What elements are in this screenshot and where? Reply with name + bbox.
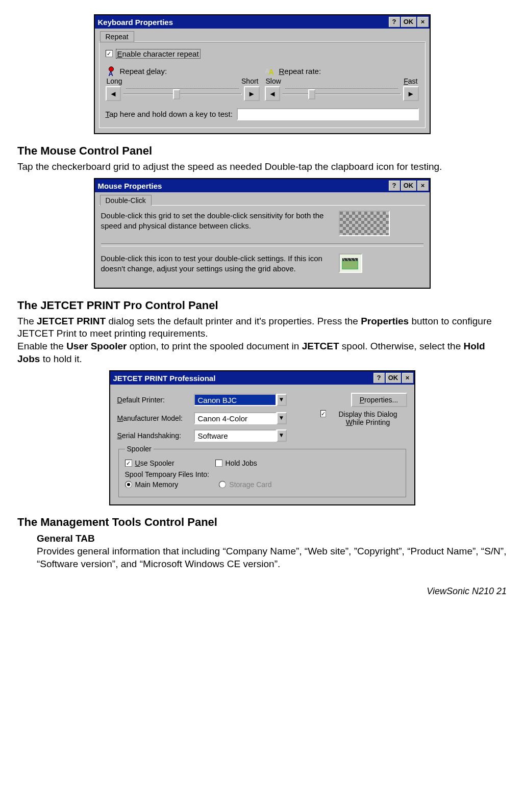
checkbox-icon: ✓	[125, 460, 132, 467]
repeat-delay-slider[interactable]: ◄ ►	[106, 86, 260, 101]
mgmt-heading: The Management Tools Control Panel	[17, 516, 510, 529]
repeat-rate-label: Repeat rate:	[279, 67, 321, 75]
help-button[interactable]: ?	[373, 373, 385, 383]
use-spooler-checkbox[interactable]: ✓ Use Spooler	[125, 459, 174, 467]
divider	[101, 243, 423, 246]
rate-right-arrow[interactable]: ►	[403, 86, 419, 101]
repeat-rate-slider[interactable]: ◄ ►	[265, 86, 419, 101]
display-dialog-checkbox[interactable]: ✓ Display this Dialog While Printing	[320, 410, 407, 426]
delay-short-label: Short	[241, 77, 258, 85]
repeat-delay-icon: A	[106, 66, 117, 77]
radio-icon	[219, 481, 226, 488]
mgmt-body-text: Provides general information that includ…	[37, 545, 510, 570]
checkbox-icon	[215, 460, 222, 467]
rate-slow-label: Slow	[266, 77, 281, 85]
delay-left-arrow[interactable]: ◄	[106, 86, 121, 101]
mouse-title: Mouse Properties	[98, 182, 388, 190]
manufacturer-label: Manufacturer Model:	[117, 414, 188, 422]
help-button[interactable]: ?	[389, 17, 400, 27]
dropdown-icon[interactable]: ▼	[277, 412, 287, 424]
jetcet-title: JETCET PRINT Professional	[113, 374, 372, 383]
double-click-grid[interactable]	[339, 211, 390, 236]
jetcet-titlebar: JETCET PRINT Professional ? OK ×	[110, 371, 414, 385]
default-printer-label: Default Printer:	[117, 396, 188, 404]
close-button[interactable]: ×	[417, 181, 429, 191]
main-memory-radio[interactable]: Main Memory	[125, 480, 179, 489]
keyboard-title: Keyboard Properties	[98, 18, 388, 27]
clapboard-icon[interactable]	[339, 253, 362, 273]
serial-combo[interactable]: Software ▼	[194, 429, 287, 442]
serial-label: Serial Handshaking:	[117, 432, 188, 440]
svg-text:A: A	[108, 70, 113, 77]
help-button[interactable]: ?	[389, 181, 400, 191]
jetcet-body-text: The JETCET PRINT dialog sets the default…	[17, 315, 510, 366]
svg-text:A: A	[268, 67, 274, 75]
spooler-legend: Spooler	[125, 445, 154, 453]
hold-jobs-checkbox[interactable]: Hold Jobs	[215, 459, 257, 467]
mouse-titlebar: Mouse Properties ? OK ×	[95, 179, 430, 192]
use-spooler-label: Use Spooler	[135, 459, 174, 467]
tab-repeat[interactable]: Repeat	[100, 31, 134, 42]
storage-card-radio: Storage Card	[219, 480, 271, 489]
spooler-group: Spooler ✓ Use Spooler Hold Jobs Spool Te…	[118, 445, 406, 497]
rate-left-arrow[interactable]: ◄	[265, 86, 281, 101]
tab-double-click[interactable]: Double-Click	[100, 195, 152, 206]
test-input[interactable]	[237, 108, 419, 120]
storage-card-label: Storage Card	[229, 480, 271, 489]
repeat-delay-group: A Repeat delay: Long Short ◄	[106, 66, 260, 101]
test-label: Tap here and hold down a key to test:	[106, 110, 233, 118]
enable-character-repeat-checkbox[interactable]: ✓ EEnable character repeatnable characte…	[106, 49, 201, 59]
checkbox-icon: ✓	[106, 50, 113, 57]
mouse-grid-text: Double-click this grid to set the double…	[101, 211, 326, 232]
delay-long-label: Long	[107, 77, 122, 85]
repeat-rate-group: AA Repeat rate: Slow Fast ◄	[265, 66, 419, 101]
mgmt-subheading: General TAB	[37, 533, 510, 544]
ok-button[interactable]: OK	[401, 17, 416, 27]
hold-jobs-label: Hold Jobs	[226, 459, 257, 467]
manufacturer-value: Canon 4-Color	[194, 412, 277, 424]
main-memory-label: Main Memory	[135, 480, 179, 489]
mouse-heading: The Mouse Control Panel	[17, 144, 510, 158]
mouse-properties-dialog: Mouse Properties ? OK × Double-Click Dou…	[94, 178, 431, 289]
jetcet-print-dialog: JETCET PRINT Professional ? OK × Default…	[109, 370, 415, 505]
radio-icon	[125, 481, 132, 488]
rate-fast-label: Fast	[404, 77, 417, 85]
properties-button[interactable]: Properties...	[351, 393, 407, 407]
ok-button[interactable]: OK	[386, 373, 401, 383]
svg-rect-4	[342, 261, 358, 269]
default-printer-value: Canon BJC	[194, 394, 277, 406]
repeat-delay-label: Repeat delay:	[120, 67, 167, 75]
close-button[interactable]: ×	[417, 17, 429, 27]
jetcet-heading: The JETCET PRINT Pro Control Panel	[17, 299, 510, 312]
dropdown-icon[interactable]: ▼	[277, 429, 287, 442]
default-printer-combo[interactable]: Canon BJC ▼	[194, 394, 287, 406]
close-button[interactable]: ×	[402, 373, 413, 383]
checkbox-icon: ✓	[320, 410, 326, 417]
ok-button[interactable]: OK	[401, 181, 416, 191]
dropdown-icon[interactable]: ▼	[277, 394, 287, 406]
page-footer: ViewSonic N210 21	[14, 586, 510, 597]
display-dialog-label: Display this Dialog While Printing	[329, 410, 407, 426]
delay-right-arrow[interactable]: ►	[244, 86, 260, 101]
manufacturer-combo[interactable]: Canon 4-Color ▼	[194, 412, 287, 424]
keyboard-properties-dialog: Keyboard Properties ? OK × Repeat ✓ EEna…	[94, 14, 431, 134]
keyboard-titlebar: Keyboard Properties ? OK ×	[95, 15, 430, 29]
spool-into-label: Spool Tempoary Files Into:	[125, 470, 400, 478]
mouse-body-text: Tap the checkerboard grid to adjust the …	[17, 161, 510, 173]
enable-repeat-label: EEnable character repeatnable character …	[116, 49, 201, 59]
repeat-rate-icon: AA	[265, 66, 276, 77]
serial-value: Software	[194, 429, 277, 442]
mouse-clap-text: Double-click this icon to test your doub…	[101, 253, 326, 274]
